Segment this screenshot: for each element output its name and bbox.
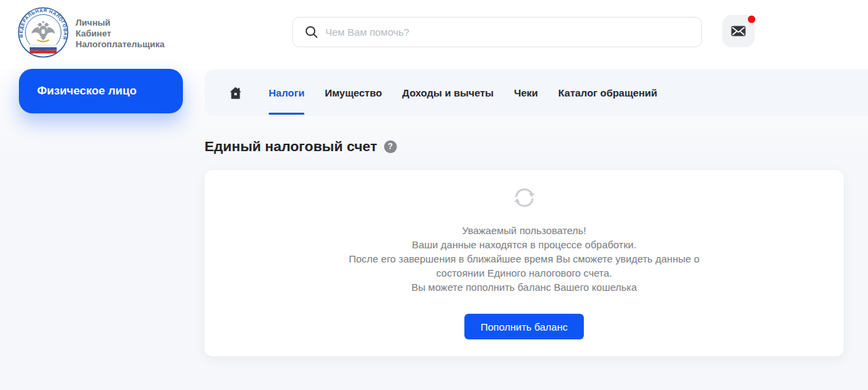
tab-katalog-obrashcheniy[interactable]: Каталог обращений — [558, 69, 657, 116]
message-line: Ваши данные находятся в процессе обработ… — [349, 238, 700, 252]
search-box[interactable] — [292, 17, 702, 47]
tab-nalogi[interactable]: Налоги — [269, 69, 304, 116]
tab-dokhody-i-vychety[interactable]: Доходы и вычеты — [402, 69, 494, 116]
home-button[interactable] — [227, 85, 244, 101]
home-icon — [227, 85, 244, 101]
message-line: состоянии Единого налогового счета. — [349, 266, 700, 280]
message-line: Уважаемый пользователь! — [349, 223, 700, 238]
fns-logo: ФЕДЕРАЛЬНАЯ НАЛОГОВАЯ СЛУЖБА — [18, 7, 69, 58]
header: ФЕДЕРАЛЬНАЯ НАЛОГОВАЯ СЛУЖБА — [0, 0, 868, 69]
personal-account-page: ФЕДЕРАЛЬНАЯ НАЛОГОВАЯ СЛУЖБА — [0, 0, 868, 390]
profile-type-button[interactable]: Физическое лицо — [19, 69, 183, 113]
main-navbar: Налоги Имущество Доходы и вычеты Чеки Ка… — [205, 69, 868, 116]
message-line: После его завершения в ближайшее время В… — [349, 252, 700, 266]
sync-icon — [511, 186, 538, 209]
processing-message: Уважаемый пользователь! Ваши данные нахо… — [349, 223, 700, 294]
top-up-balance-button[interactable]: Пополнить баланс — [464, 314, 584, 339]
profile-type-label: Физическое лицо — [37, 84, 136, 98]
help-icon[interactable]: ? — [384, 140, 397, 153]
mail-icon — [730, 23, 747, 39]
russian-flag — [30, 45, 57, 54]
app-title-line: Личный — [76, 18, 165, 28]
app-title-line: Кабинет — [76, 28, 165, 39]
search-icon — [304, 25, 319, 39]
page-title-row: Единый налоговый счет ? — [205, 138, 397, 155]
nav-tabs: Налоги Имущество Доходы и вычеты Чеки Ка… — [269, 69, 657, 116]
search-input[interactable] — [319, 26, 701, 38]
message-line: Вы можете пополнить баланс Вашего кошель… — [349, 280, 700, 294]
app-title-line: Налогоплательщика — [76, 39, 165, 50]
tab-imushchestvo[interactable]: Имущество — [325, 69, 382, 116]
ens-status-card: Уважаемый пользователь! Ваши данные нахо… — [205, 170, 844, 356]
tab-cheki[interactable]: Чеки — [514, 69, 538, 116]
notification-dot — [748, 16, 755, 23]
messages-button[interactable] — [722, 15, 755, 47]
page-title: Единый налоговый счет — [205, 138, 377, 155]
app-title: Личный Кабинет Налогоплательщика — [76, 18, 165, 50]
